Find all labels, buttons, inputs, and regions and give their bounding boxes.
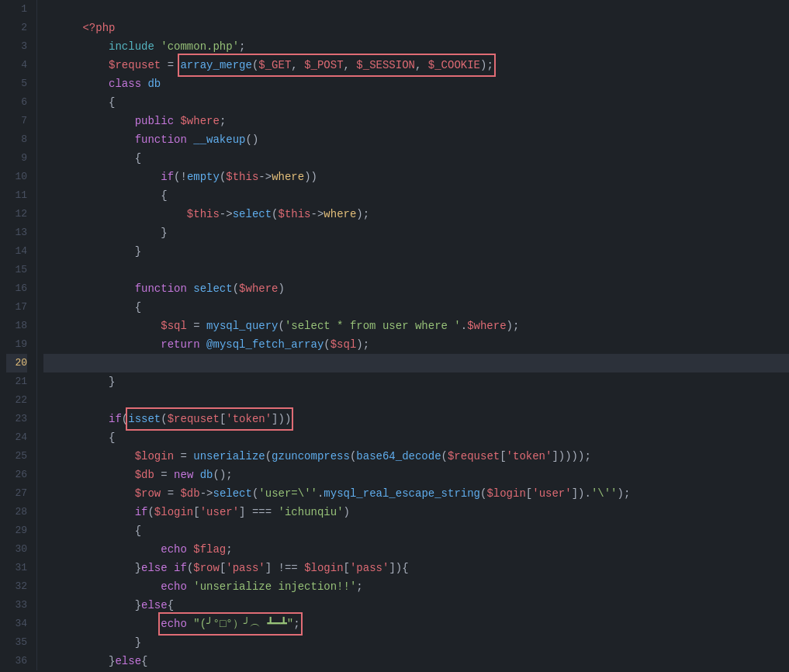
- ln-5: 5: [6, 74, 27, 93]
- ln-12: 12: [6, 205, 27, 223]
- code-line-19: }: [43, 335, 789, 354]
- ln-35: 35: [6, 633, 27, 652]
- code-line-26: $row = $db->select('user=\''.mysql_real_…: [43, 466, 789, 484]
- ln-21: 21: [6, 372, 27, 391]
- code-line-24: $login = unserialize(gzuncompress(base64…: [43, 428, 789, 447]
- code-line-29: echo $flag;: [43, 521, 789, 540]
- code-line-7: function __wakeup(): [43, 112, 789, 130]
- code-line-34: }: [43, 615, 789, 633]
- ln-27: 27: [6, 484, 27, 503]
- ln-6: 6: [6, 93, 27, 112]
- ln-17: 17: [6, 298, 27, 317]
- code-line-9: if(!empty($this->where)): [43, 149, 789, 168]
- code-line-30: }else if($row['pass'] !== $login['pass']…: [43, 540, 789, 559]
- code-line-31: echo 'unserialize injection!!';: [43, 559, 789, 577]
- ln-3: 3: [6, 37, 27, 56]
- code-line-5: {: [43, 74, 789, 93]
- code-line-32: }else{: [43, 577, 789, 596]
- code-line-8: {: [43, 130, 789, 149]
- code-line-23: {: [43, 410, 789, 428]
- ln-30: 30: [6, 540, 27, 559]
- ln-13: 13: [6, 223, 27, 242]
- code-line-25: $db = new db();: [43, 447, 789, 466]
- ln-32: 32: [6, 577, 27, 596]
- code-line-22: if(isset($requset['token'])): [43, 391, 789, 410]
- ln-8: 8: [6, 130, 27, 149]
- code-line-20: }: [43, 354, 789, 372]
- code-line-28: {: [43, 503, 789, 521]
- code-line-18: return @mysql_fetch_array($sql);: [43, 317, 789, 335]
- code-line-14: [43, 242, 789, 261]
- code-line-17: $sql = mysql_query('select * from user w…: [43, 298, 789, 317]
- ln-7: 7: [6, 112, 27, 130]
- code-line-6: public $where;: [43, 93, 789, 112]
- ln-29: 29: [6, 521, 27, 540]
- ln-15: 15: [6, 261, 27, 279]
- ln-23: 23: [6, 410, 27, 428]
- code-line-10: {: [43, 168, 789, 186]
- code-editor: 1 2 3 4 5 6 7 8 9 10 11 12 13 14 15 16 1…: [0, 0, 789, 670]
- ln-10: 10: [6, 168, 27, 186]
- ln-9: 9: [6, 149, 27, 168]
- code-line-15: function select($where): [43, 261, 789, 279]
- ln-4: 4: [6, 56, 27, 74]
- line-numbers: 1 2 3 4 5 6 7 8 9 10 11 12 13 14 15 16 1…: [0, 0, 37, 670]
- ln-24: 24: [6, 428, 27, 447]
- ln-28: 28: [6, 503, 27, 521]
- ln-16: 16: [6, 279, 27, 298]
- ln-26: 26: [6, 466, 27, 484]
- ln-25: 25: [6, 447, 27, 466]
- code-line-33: echo "(╯°□°）╯︵ ┻━┻";: [43, 596, 789, 615]
- ln-14: 14: [6, 242, 27, 261]
- code-line-21: [43, 372, 789, 391]
- ln-2: 2: [6, 19, 27, 37]
- code-line-13: }: [43, 223, 789, 242]
- code-line-11: $this->select($this->where);: [43, 186, 789, 205]
- code-line-16: {: [43, 279, 789, 298]
- code-line-12: }: [43, 205, 789, 223]
- code-line-36: header('Location: index.php?error=1');: [43, 652, 789, 670]
- code-line-4: class db: [43, 56, 789, 74]
- ln-34: 34: [6, 615, 27, 633]
- ln-11: 11: [6, 186, 27, 205]
- ln-33: 33: [6, 596, 27, 615]
- ln-31: 31: [6, 559, 27, 577]
- ln-19: 19: [6, 335, 27, 354]
- code-lines: <?php include 'common.php'; $requset = a…: [37, 0, 789, 670]
- ln-36: 36: [6, 652, 27, 670]
- code-line-27: if($login['user'] === 'ichunqiu'): [43, 484, 789, 503]
- ln-18: 18: [6, 317, 27, 335]
- ln-22: 22: [6, 391, 27, 410]
- ln-1: 1: [6, 0, 27, 19]
- code-line-1: <?php: [43, 0, 789, 19]
- ln-20: 20: [6, 354, 27, 372]
- code-line-35: }else{: [43, 633, 789, 652]
- code-line-3: $requset = array_merge($_GET, $_POST, $_…: [43, 37, 789, 56]
- code-line-2: include 'common.php';: [43, 19, 789, 37]
